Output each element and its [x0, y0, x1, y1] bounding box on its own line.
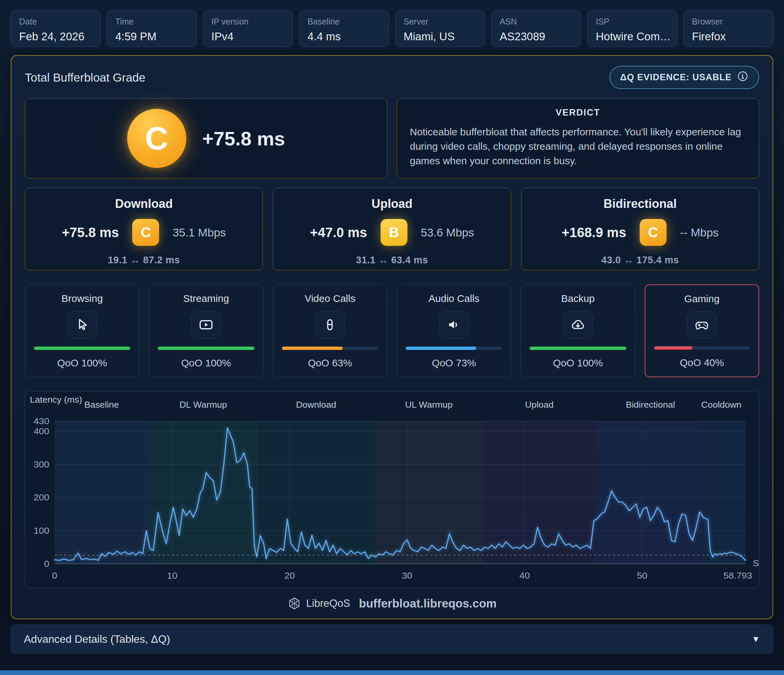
meta-card-label: ASN: [500, 17, 572, 27]
delta-q-evidence-badge[interactable]: ΔQ EVIDENCE: USABLE: [610, 66, 759, 89]
svg-text:0: 0: [44, 559, 49, 569]
svg-text:UL Warmup: UL Warmup: [405, 400, 453, 410]
metric-latency-delta: +168.9 ms: [562, 225, 626, 240]
meta-card-value: 4:59 PM: [115, 30, 188, 43]
meta-card-time: Time 4:59 PM: [107, 11, 196, 47]
svg-text:200: 200: [34, 493, 49, 502]
meta-card-date: Date Feb 24, 2026: [11, 11, 100, 47]
metric-latency-delta: +47.0 ms: [310, 225, 367, 240]
metric-speed: 53.6 Mbps: [421, 226, 474, 239]
meta-card-label: Baseline: [307, 17, 380, 27]
advanced-details-toggle[interactable]: Advanced Details (Tables, ΔQ) ▼: [11, 625, 773, 653]
metric-latency-range: 43.0 ↔ 175.4 ms: [601, 254, 679, 266]
meta-card-baseline: Baseline 4.4 ms: [299, 11, 389, 47]
qoo-score-label: QoO 100%: [181, 357, 231, 369]
qoo-progress-track: [530, 346, 626, 350]
qoo-card-title: Browsing: [61, 293, 103, 304]
metric-title: Upload: [372, 197, 412, 211]
qoo-score-label: QoO 63%: [308, 357, 352, 369]
meta-card-value: IPv4: [212, 30, 284, 43]
latency-chart-panel: 01002003004004300102030405058.793Baselin…: [25, 391, 759, 588]
metric-latency-delta: +75.8 ms: [62, 225, 119, 240]
evidence-badge-label: ΔQ EVIDENCE: USABLE: [620, 72, 732, 83]
verdict-text: Noticeable bufferbloat that affects perf…: [410, 125, 746, 168]
qoo-card-title: Gaming: [684, 293, 720, 305]
grade-row: C +75.8 ms VERDICT Noticeable bufferbloa…: [25, 98, 759, 178]
meta-card-server: Server Miami, US: [395, 11, 485, 47]
svg-text:Cooldown: Cooldown: [701, 400, 741, 410]
metric-title: Bidirectional: [604, 197, 677, 211]
qoo-progress-fill: [158, 346, 254, 350]
panel-header: Total Bufferbloat Grade ΔQ EVIDENCE: USA…: [25, 66, 759, 89]
metric-grade-badge: C: [640, 219, 667, 246]
meta-card-label: Time: [115, 17, 188, 27]
qoo-card-backup[interactable]: Backup QoO 100%: [521, 284, 635, 377]
svg-text:430: 430: [34, 416, 49, 426]
qoo-progress-track: [654, 346, 750, 349]
qoo-score-label: QoO 73%: [432, 357, 476, 369]
meta-card-label: ISP: [596, 17, 669, 27]
qoo-score-label: QoO 100%: [553, 357, 603, 369]
svg-text:30: 30: [402, 571, 412, 581]
svg-text:Bidirectional: Bidirectional: [625, 400, 675, 410]
advanced-details-label: Advanced Details (Tables, ΔQ): [24, 633, 170, 645]
qoo-progress-track: [158, 346, 254, 350]
svg-text:DL Warmup: DL Warmup: [180, 400, 227, 410]
meta-card-value: 4.4 ms: [307, 30, 380, 43]
cursor-icon: [67, 311, 97, 338]
svg-text:100: 100: [34, 526, 49, 536]
metric-values: +47.0 ms B 53.6 Mbps: [310, 219, 474, 246]
direction-metrics-row: Download +75.8 ms C 35.1 Mbps 19.1 ↔ 87.…: [25, 188, 759, 270]
meta-card-label: Date: [19, 17, 92, 27]
meta-card-label: IP version: [212, 17, 284, 27]
info-icon[interactable]: [737, 70, 748, 84]
svg-text:S: S: [753, 558, 759, 568]
metric-grade-badge: B: [381, 219, 408, 246]
meta-card-value: Hotwire Com…: [596, 30, 669, 43]
grade-circle: C: [127, 109, 186, 168]
meta-card-value: Feb 24, 2026: [19, 30, 92, 43]
qoo-score-label: QoO 100%: [57, 357, 107, 369]
qoo-progress-fill: [282, 346, 343, 350]
meta-card-browser: Browser Firefox: [684, 11, 773, 47]
qoo-progress-track: [282, 346, 378, 350]
meta-card-value: Miami, US: [404, 30, 477, 43]
qoo-card-title: Audio Calls: [429, 293, 480, 304]
qoo-score-label: QoO 40%: [680, 357, 724, 368]
qoo-card-browsing[interactable]: Browsing QoO 100%: [25, 284, 139, 377]
meta-card-label: Server: [404, 17, 477, 27]
metric-title: Download: [115, 197, 173, 211]
bufferbloat-result-panel: Total Bufferbloat Grade ΔQ EVIDENCE: USA…: [11, 55, 773, 619]
svg-text:Download: Download: [296, 400, 336, 410]
qoo-progress-track: [406, 346, 502, 350]
qoo-card-title: Streaming: [183, 293, 229, 304]
qoo-card-gaming[interactable]: Gaming QoO 40%: [645, 284, 759, 377]
libreqos-cube-icon: [287, 596, 302, 611]
svg-text:58.793: 58.793: [723, 571, 752, 581]
qoo-cards-row: Browsing QoO 100% Streaming QoO 100% Vid…: [25, 284, 759, 377]
bottom-bar: [0, 670, 784, 675]
gamepad-icon: [687, 311, 717, 338]
qoo-card-audio-calls[interactable]: Audio Calls QoO 73%: [397, 284, 511, 377]
metric-card-bidirectional: Bidirectional +168.9 ms C -- Mbps 43.0 ↔…: [521, 188, 759, 270]
svg-text:50: 50: [637, 571, 647, 581]
qoo-card-video-calls[interactable]: Video Calls QoO 63%: [273, 284, 387, 377]
qoo-card-title: Backup: [561, 293, 595, 304]
svg-text:Latency (ms): Latency (ms): [30, 395, 82, 405]
qoo-progress-fill: [406, 346, 476, 350]
meta-card-isp: ISP Hotwire Com…: [587, 11, 677, 47]
speaker-icon: [439, 311, 469, 338]
qoo-progress-fill: [34, 346, 130, 350]
svg-text:Upload: Upload: [525, 400, 554, 410]
meta-card-label: Browser: [692, 17, 765, 27]
cloud-download-icon: [563, 311, 593, 338]
chevron-down-icon: ▼: [751, 634, 760, 644]
metric-card-upload: Upload +47.0 ms B 53.6 Mbps 31.1 ↔ 63.4 …: [273, 188, 511, 270]
metric-latency-range: 31.1 ↔ 63.4 ms: [356, 254, 428, 266]
svg-text:400: 400: [34, 427, 49, 436]
qoo-card-streaming[interactable]: Streaming QoO 100%: [149, 284, 263, 377]
qoo-progress-fill: [654, 346, 692, 349]
total-grade-box: C +75.8 ms: [25, 98, 387, 178]
metric-values: +168.9 ms C -- Mbps: [562, 219, 719, 246]
page-title: Total Bufferbloat Grade: [25, 71, 145, 84]
